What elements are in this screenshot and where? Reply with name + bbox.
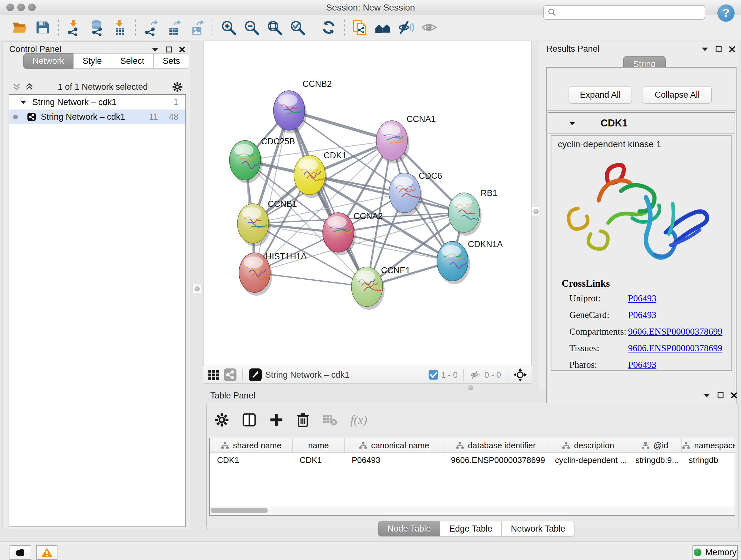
cloud-button[interactable] (10, 545, 31, 560)
help-icon[interactable]: ? (718, 4, 735, 22)
delete-column-icon[interactable] (296, 413, 310, 427)
add-column-icon[interactable] (269, 413, 283, 427)
close-panel-icon[interactable] (729, 46, 735, 52)
column-header-canonical-name[interactable]: canonical name (345, 438, 444, 452)
left-splitter-handle[interactable] (192, 284, 201, 293)
birdseye-view-icon[interactable] (249, 368, 262, 381)
maximize-panel-icon[interactable] (718, 392, 724, 398)
network-canvas[interactable]: CCNB2CCNA1CDC25BCDK1CDC6RB1CCNB1CCNA2CDK… (203, 41, 532, 366)
table-cell[interactable]: cyclin-dependent ... (548, 453, 628, 467)
tab-select[interactable]: Select (111, 53, 153, 69)
gear-icon[interactable] (172, 81, 183, 92)
zoom-selected-icon[interactable] (288, 18, 307, 37)
hide-show-icon[interactable] (397, 18, 415, 37)
open-session-icon[interactable] (11, 18, 29, 37)
column-header-namespace[interactable]: namespace (682, 438, 735, 452)
control-panel-tabs: Network Style Select Sets (23, 53, 189, 69)
grid-view-icon[interactable] (208, 369, 219, 381)
import-network-database-icon[interactable] (88, 18, 106, 37)
import-network-file-icon[interactable] (65, 18, 83, 37)
zoom-fit-icon[interactable] (266, 18, 283, 37)
collapse-section-icon[interactable] (569, 121, 576, 125)
crosslink-link[interactable]: P06493 (628, 310, 657, 320)
table-cell[interactable]: 9606.ENSP00000378699 (444, 453, 548, 467)
node-CCNE1[interactable] (351, 267, 383, 307)
expand-all-icon[interactable] (25, 83, 33, 91)
namespace-icon (221, 442, 229, 449)
table-cell[interactable]: CDK1 (210, 453, 293, 467)
network-row-selected[interactable]: String Network – cdk1 11 48 (9, 110, 185, 124)
collapse-arrow-icon[interactable] (20, 100, 26, 105)
column-header-description[interactable]: description (548, 438, 628, 452)
network-collection-row[interactable]: String Network – cdk1 1 (9, 95, 185, 110)
column-header-name[interactable]: name (293, 438, 345, 452)
node-CCNA2[interactable] (323, 212, 354, 252)
node-CCNA1[interactable] (376, 121, 408, 160)
column-header-shared-name[interactable]: shared name (210, 438, 293, 452)
table-header-row: shared namenamecanonical namedatabase id… (210, 438, 735, 453)
save-session-icon[interactable] (34, 18, 52, 37)
zoom-out-icon[interactable] (243, 18, 260, 37)
float-panel-icon[interactable] (701, 47, 709, 51)
maximize-panel-icon[interactable] (165, 46, 172, 53)
expand-all-button[interactable]: Expand All (569, 86, 632, 104)
show-columns-icon[interactable] (242, 413, 257, 427)
node-CDC6[interactable] (389, 173, 420, 212)
tab-sets[interactable]: Sets (153, 53, 189, 69)
snapshot-icon[interactable] (351, 18, 369, 37)
export-table-icon[interactable] (165, 18, 183, 37)
edge-CCNB2-HIST1H1A[interactable] (255, 111, 289, 273)
warnings-button[interactable] (37, 545, 57, 560)
close-panel-icon[interactable] (179, 46, 185, 53)
node-CCNB1[interactable] (238, 204, 269, 243)
tab-node-table[interactable]: Node Table (378, 521, 440, 537)
table-settings-gear-icon[interactable] (214, 413, 229, 427)
memory-button[interactable]: Memory (692, 545, 738, 560)
node-table[interactable]: shared namenamecanonical namedatabase id… (209, 438, 735, 516)
search-field[interactable] (543, 5, 705, 20)
collapse-all-button[interactable]: Collapse All (643, 86, 712, 104)
zoom-in-icon[interactable] (219, 18, 238, 37)
float-panel-icon[interactable] (703, 393, 711, 397)
horizontal-splitter-handle[interactable] (468, 385, 473, 390)
crosslink-link[interactable]: 9606.ENSP00000378699 (628, 326, 723, 337)
selected-checkbox-icon[interactable] (428, 370, 439, 380)
search-input[interactable] (556, 7, 695, 18)
tab-network-table[interactable]: Network Table (502, 521, 575, 537)
hidden-eye-icon[interactable] (470, 370, 482, 380)
tab-style[interactable]: Style (73, 53, 111, 69)
node-CCNB2[interactable] (273, 91, 305, 130)
column-header-@id[interactable]: @id (628, 438, 682, 452)
column-header-database-identifier[interactable]: database identifier (444, 438, 548, 452)
node-CDK1[interactable] (294, 155, 325, 195)
table-horizontal-scrollbar[interactable] (210, 506, 735, 515)
float-panel-icon[interactable] (151, 47, 158, 52)
crosslink-link[interactable]: 9606.ENSP00000378699 (628, 343, 723, 354)
tab-network[interactable]: Network (23, 53, 73, 69)
network-graph[interactable]: CCNB2CCNA1CDC25BCDK1CDC6RB1CCNB1CCNA2CDK… (204, 41, 531, 366)
table-cell[interactable]: stringdb (682, 453, 735, 467)
fit-selected-icon[interactable] (513, 368, 527, 382)
node-RB1[interactable] (448, 193, 480, 233)
table-row[interactable]: CDK1CDK1P064939606.ENSP00000378699cyclin… (210, 453, 735, 467)
maximize-panel-icon[interactable] (716, 46, 722, 52)
node-CDC25B[interactable] (229, 140, 261, 180)
table-cell[interactable]: stringdb:9... (628, 453, 682, 467)
crosslink-link[interactable]: P06493 (628, 360, 657, 370)
import-table-icon[interactable] (111, 18, 129, 37)
crosslink-link[interactable]: P06493 (628, 293, 657, 304)
first-neighbors-icon[interactable] (374, 18, 392, 37)
scrollbar-thumb[interactable] (211, 508, 268, 513)
tab-edge-table[interactable]: Edge Table (440, 521, 502, 537)
export-network-icon[interactable] (142, 18, 160, 37)
collapse-all-icon[interactable] (12, 83, 21, 91)
right-splitter-handle[interactable] (531, 207, 540, 216)
table-cell[interactable]: CDK1 (293, 453, 345, 467)
node-CDKN1A[interactable] (437, 241, 468, 281)
close-panel-icon[interactable] (731, 392, 737, 398)
refresh-icon[interactable] (320, 18, 338, 37)
table-cell[interactable]: P06493 (345, 453, 444, 467)
network-badge-icon[interactable] (224, 368, 237, 381)
export-image-icon[interactable] (188, 18, 206, 37)
protein-section-header[interactable]: CDK1 (548, 113, 735, 134)
